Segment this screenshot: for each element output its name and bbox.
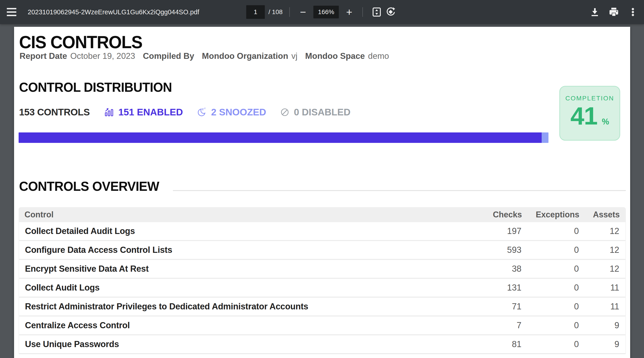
enabled-stat: 151 ENABLED	[104, 107, 183, 118]
report-date-value: October 19, 2023	[70, 51, 135, 61]
zoom-in-button[interactable]: +	[343, 6, 356, 19]
page-count-label: / 108	[268, 9, 282, 16]
svg-text:z: z	[204, 107, 206, 110]
zoom-level-badge[interactable]: 166%	[314, 6, 339, 19]
toolbar-divider	[362, 7, 363, 17]
completion-unit: %	[602, 117, 609, 127]
organization-value: vj	[291, 51, 298, 61]
rotate-button[interactable]	[384, 5, 398, 19]
table-row: Restrict Administrator Privileges to Ded…	[19, 297, 626, 316]
snoozed-bar-segment	[542, 132, 548, 143]
pdf-filename: 20231019062945-2WzeErewULG1Gu6Kx2iQgg044…	[28, 9, 199, 16]
col-header-exceptions: Exceptions	[522, 210, 579, 219]
report-date-label: Report Date	[20, 51, 67, 61]
controls-overview-heading: CONTROLS OVERVIEW	[19, 179, 159, 194]
enabled-chart-icon	[104, 107, 114, 117]
download-icon	[590, 7, 600, 17]
table-row: Configure Data Access Control Lists 593 …	[19, 241, 626, 260]
table-row: Collect Detailed Audit Logs 197 0 12	[19, 222, 626, 241]
space-label: Mondoo Space	[305, 51, 365, 61]
download-button[interactable]	[588, 5, 602, 19]
kebab-menu-icon	[628, 7, 638, 17]
toolbar-divider	[289, 7, 290, 17]
enabled-bar-segment	[18, 132, 542, 143]
svg-text:z: z	[202, 107, 204, 111]
organization-label: Mondoo Organization	[202, 51, 288, 61]
rotate-icon	[386, 7, 396, 17]
table-row: Use Unique Passwords 81 0 9	[19, 335, 626, 354]
table-row: Centralize Access Control 7 0 9	[19, 316, 626, 335]
zoom-out-button[interactable]: −	[296, 6, 309, 19]
menu-button[interactable]	[5, 5, 18, 19]
disabled-stat: 0 DISABLED	[280, 107, 350, 118]
controls-total: 153 CONTROLS	[19, 107, 90, 118]
hamburger-icon	[7, 8, 16, 9]
section-divider	[173, 190, 626, 191]
disabled-slash-icon	[280, 107, 290, 117]
control-distribution-stats: 153 CONTROLS 151 ENABLED z z	[19, 107, 364, 118]
fit-to-page-button[interactable]	[370, 5, 384, 19]
controls-table: Control Checks Exceptions Assets Collect…	[18, 207, 626, 354]
pdf-page: CIS CONTROLS Report Date October 19, 202…	[14, 27, 630, 358]
fit-to-page-icon	[372, 7, 382, 17]
print-icon	[608, 7, 619, 17]
table-row: Collect Audit Logs 131 0 11	[19, 279, 626, 297]
snooze-moon-icon: z z	[196, 107, 207, 117]
table-body: Collect Detailed Audit Logs 197 0 12 Con…	[18, 222, 626, 354]
print-button[interactable]	[607, 5, 621, 19]
report-title: CIS CONTROLS	[19, 32, 142, 53]
enabled-label: 151 ENABLED	[118, 107, 183, 118]
compiled-by-label: Compiled By	[143, 51, 194, 61]
completion-value: 41	[570, 103, 597, 128]
distribution-progress-bar	[18, 132, 548, 143]
col-header-assets: Assets	[579, 210, 620, 219]
pdf-toolbar: 20231019062945-2WzeErewULG1Gu6Kx2iQgg044…	[0, 0, 644, 24]
snoozed-stat: z z 2 SNOOZED	[196, 107, 266, 118]
space-value: demo	[368, 51, 389, 61]
more-options-button[interactable]	[626, 5, 640, 19]
report-meta: Report Date October 19, 2023 Compiled By…	[20, 51, 397, 61]
completion-label: COMPLETION	[560, 95, 620, 102]
page-number-input[interactable]	[246, 5, 265, 19]
disabled-label: 0 DISABLED	[294, 107, 350, 118]
col-header-control: Control	[24, 210, 468, 219]
snoozed-label: 2 SNOOZED	[211, 107, 266, 118]
table-row: Encrypt Sensitive Data At Rest 38 0 12	[19, 260, 626, 279]
col-header-checks: Checks	[468, 210, 522, 219]
completion-card: COMPLETION 41 %	[559, 86, 620, 141]
controls-overview-header: CONTROLS OVERVIEW	[19, 179, 626, 194]
table-header-row: Control Checks Exceptions Assets	[18, 207, 626, 222]
control-distribution-heading: CONTROL DISTRIBUTION	[19, 80, 172, 95]
